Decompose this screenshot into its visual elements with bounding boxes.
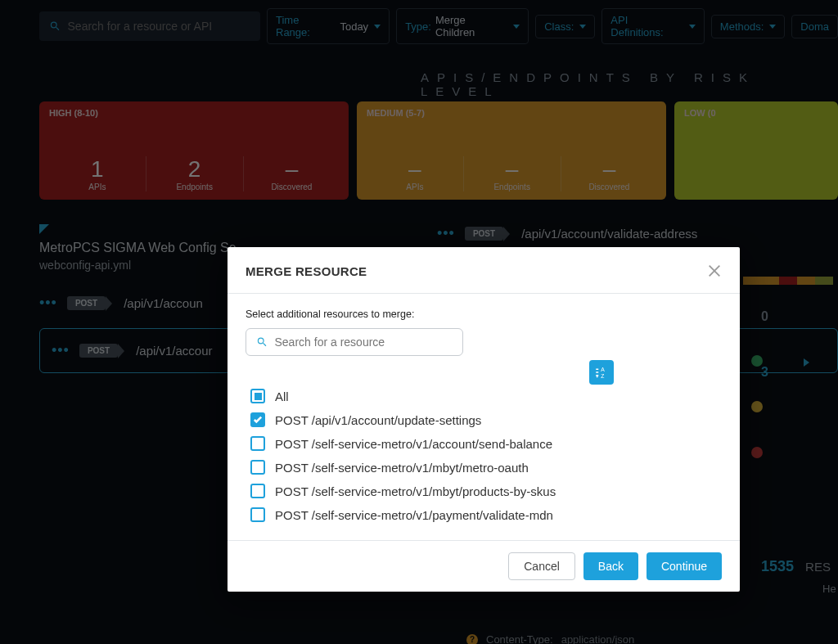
checkbox[interactable] <box>250 412 265 427</box>
close-button[interactable] <box>707 263 722 278</box>
checkbox[interactable] <box>250 484 265 498</box>
sort-az-icon: AZ <box>594 365 609 380</box>
modal-body: Select additional resources to merge: AZ… <box>228 294 740 540</box>
modal-footer: Cancel Back Continue <box>228 540 740 592</box>
resource-item[interactable]: POST /self-service-metro/v1/account/send… <box>250 436 722 451</box>
resource-label: POST /self-service-metro/v1/payment/vali… <box>275 508 553 522</box>
resource-label: POST /self-service-metro/v1/mbyt/metro-o… <box>275 461 529 475</box>
checkbox[interactable] <box>250 436 265 451</box>
modal-search-input[interactable] <box>275 336 453 349</box>
svg-text:A: A <box>601 367 605 372</box>
resource-label: All <box>275 390 289 403</box>
back-button[interactable]: Back <box>583 552 638 580</box>
resource-item[interactable]: POST /self-service-metro/v1/mbyt/product… <box>250 484 722 498</box>
checkbox[interactable] <box>250 460 265 475</box>
modal-instruction: Select additional resources to merge: <box>246 308 722 320</box>
resource-item[interactable]: POST /self-service-metro/v1/payment/vali… <box>250 507 722 522</box>
close-icon <box>707 263 722 278</box>
modal-header: MERGE RESOURCE <box>228 247 740 294</box>
checkbox[interactable] <box>250 507 265 522</box>
sort-az-button[interactable]: AZ <box>589 360 614 385</box>
resource-label: POST /self-service-metro/v1/mbyt/product… <box>275 484 556 498</box>
resource-item[interactable]: POST /api/v1/account/update-settings <box>250 412 722 427</box>
svg-text:Z: Z <box>601 373 604 379</box>
resource-item[interactable]: POST /self-service-metro/v1/mbyt/metro-o… <box>250 460 722 475</box>
resource-list: AllPOST /api/v1/account/update-settingsP… <box>246 389 722 522</box>
resource-item[interactable]: All <box>250 389 722 403</box>
cancel-button[interactable]: Cancel <box>508 552 575 580</box>
continue-button[interactable]: Continue <box>647 552 722 580</box>
checkbox[interactable] <box>250 389 265 403</box>
modal-title: MERGE RESOURCE <box>246 264 367 278</box>
resource-label: POST /api/v1/account/update-settings <box>275 413 481 427</box>
modal-search[interactable] <box>246 328 463 356</box>
resource-label: POST /self-service-metro/v1/account/send… <box>275 437 552 451</box>
merge-resource-modal: MERGE RESOURCE Select additional resourc… <box>228 247 740 592</box>
search-icon <box>256 336 268 349</box>
